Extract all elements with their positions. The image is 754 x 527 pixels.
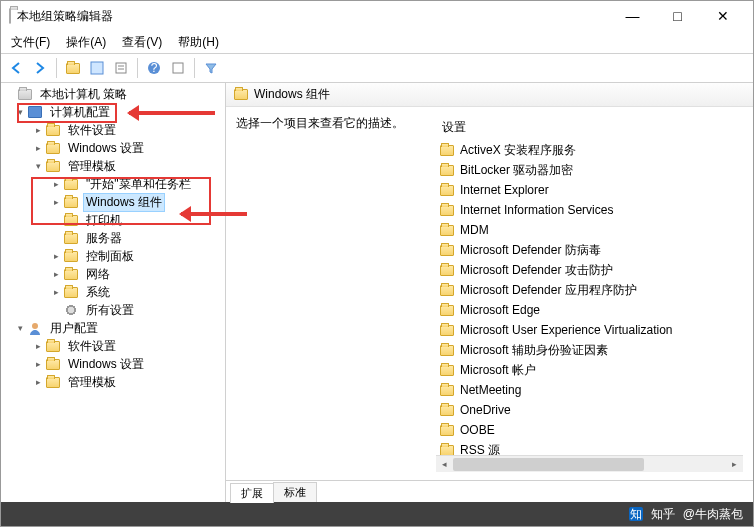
list-item-label: Microsoft 辅助身份验证因素 (460, 342, 608, 359)
list-item[interactable]: Microsoft Defender 攻击防护 (436, 260, 743, 280)
menu-help[interactable]: 帮助(H) (172, 32, 225, 53)
folder-icon (234, 89, 248, 100)
titlebar: 本地组策略编辑器 — □ ✕ (1, 1, 753, 31)
list-item[interactable]: Microsoft User Experience Virtualization (436, 320, 743, 340)
folder-icon (63, 248, 79, 264)
tree-system[interactable]: ▸系统 (1, 283, 225, 301)
content-pane: Windows 组件 选择一个项目来查看它的描述。 设置 ActiveX 安装程… (226, 83, 753, 502)
properties-button[interactable] (167, 57, 189, 79)
svg-rect-4 (173, 63, 183, 73)
tree-computer-config[interactable]: ▾计算机配置 (1, 103, 225, 121)
menu-action[interactable]: 操作(A) (60, 32, 112, 53)
list-item[interactable]: Microsoft Defender 防病毒 (436, 240, 743, 260)
list-item[interactable]: OneDrive (436, 400, 743, 420)
list-item[interactable]: NetMeeting (436, 380, 743, 400)
folder-icon (440, 305, 454, 316)
folder-icon (45, 374, 61, 390)
list-item[interactable]: Internet Information Services (436, 200, 743, 220)
close-button[interactable]: ✕ (700, 2, 745, 31)
list-item-label: Microsoft Defender 攻击防护 (460, 262, 613, 279)
show-tree-button[interactable] (86, 57, 108, 79)
zhihu-icon: 知 (629, 507, 643, 521)
tree-windows-components[interactable]: ▸Windows 组件 (1, 193, 225, 211)
minimize-button[interactable]: — (610, 2, 655, 31)
tree-pane[interactable]: 本地计算机 策略 ▾计算机配置 ▸软件设置 ▸Windows 设置 ▾管理模板 … (1, 83, 226, 502)
list-item[interactable]: Microsoft Defender 应用程序防护 (436, 280, 743, 300)
folder-icon (440, 285, 454, 296)
svg-point-5 (32, 323, 38, 329)
folder-icon (440, 385, 454, 396)
tree-user-config[interactable]: ▾用户配置 (1, 319, 225, 337)
list-item-label: Microsoft 帐户 (460, 362, 536, 379)
list-item[interactable]: MDM (436, 220, 743, 240)
list-item[interactable]: BitLocker 驱动器加密 (436, 160, 743, 180)
svg-text:?: ? (151, 61, 158, 75)
column-header-settings[interactable]: 设置 (436, 115, 743, 140)
tree-start-menu[interactable]: ▸"开始"菜单和任务栏 (1, 175, 225, 193)
menu-file[interactable]: 文件(F) (5, 32, 56, 53)
tree-u-software-settings[interactable]: ▸软件设置 (1, 337, 225, 355)
list-item-label: Internet Information Services (460, 203, 613, 217)
tree-all-settings[interactable]: 所有设置 (1, 301, 225, 319)
list-item-label: OneDrive (460, 403, 511, 417)
list-item-label: Microsoft Defender 应用程序防护 (460, 282, 637, 299)
horizontal-scrollbar[interactable]: ◂ ▸ (436, 455, 743, 472)
tab-extended[interactable]: 扩展 (230, 483, 274, 503)
svg-text:知: 知 (630, 507, 642, 521)
list-item[interactable]: Internet Explorer (436, 180, 743, 200)
folder-icon (440, 165, 454, 176)
computer-icon (27, 104, 43, 120)
folder-icon (440, 325, 454, 336)
settings-list[interactable]: 设置 ActiveX 安装程序服务BitLocker 驱动器加密Internet… (436, 115, 743, 472)
up-button[interactable] (62, 57, 84, 79)
export-button[interactable] (110, 57, 132, 79)
policy-icon (17, 86, 33, 102)
list-item[interactable]: Microsoft Edge (436, 300, 743, 320)
list-item[interactable]: ActiveX 安装程序服务 (436, 140, 743, 160)
filter-button[interactable] (200, 57, 222, 79)
scroll-left-button[interactable]: ◂ (436, 456, 453, 473)
toolbar: ? (1, 53, 753, 83)
tree-control-panel[interactable]: ▸控制面板 (1, 247, 225, 265)
description-column: 选择一个项目来查看它的描述。 (236, 115, 436, 472)
menu-view[interactable]: 查看(V) (116, 32, 168, 53)
tree-network[interactable]: ▸网络 (1, 265, 225, 283)
tree-server[interactable]: 服务器 (1, 229, 225, 247)
forward-button[interactable] (29, 57, 51, 79)
list-item-label: Internet Explorer (460, 183, 549, 197)
content-tabs: 扩展 标准 (226, 480, 753, 502)
folder-icon (63, 284, 79, 300)
scroll-right-button[interactable]: ▸ (726, 456, 743, 473)
tree-u-admin-templates[interactable]: ▸管理模板 (1, 373, 225, 391)
user-icon (27, 320, 43, 336)
back-button[interactable] (5, 57, 27, 79)
scroll-thumb[interactable] (453, 458, 644, 471)
content-title: Windows 组件 (254, 86, 330, 103)
tree-u-windows-settings[interactable]: ▸Windows 设置 (1, 355, 225, 373)
list-item[interactable]: Microsoft 辅助身份验证因素 (436, 340, 743, 360)
tree-windows-settings[interactable]: ▸Windows 设置 (1, 139, 225, 157)
list-item-label: Microsoft User Experience Virtualization (460, 323, 673, 337)
description-text: 选择一个项目来查看它的描述。 (236, 115, 426, 132)
list-item-label: MDM (460, 223, 489, 237)
svg-rect-1 (116, 63, 126, 73)
tree-root[interactable]: 本地计算机 策略 (1, 85, 225, 103)
folder-icon (63, 230, 79, 246)
tab-standard[interactable]: 标准 (273, 482, 317, 502)
folder-icon (440, 265, 454, 276)
list-item[interactable]: OOBE (436, 420, 743, 440)
svg-rect-0 (91, 62, 103, 74)
tree-admin-templates[interactable]: ▾管理模板 (1, 157, 225, 175)
folder-icon (440, 225, 454, 236)
tree-software-settings[interactable]: ▸软件设置 (1, 121, 225, 139)
help-button[interactable]: ? (143, 57, 165, 79)
list-item-label: Microsoft Edge (460, 303, 540, 317)
folder-icon (45, 356, 61, 372)
folder-icon (440, 425, 454, 436)
folder-icon (63, 266, 79, 282)
watermark-author: @牛肉蒸包 (683, 506, 743, 523)
folder-icon (440, 405, 454, 416)
maximize-button[interactable]: □ (655, 2, 700, 31)
list-item[interactable]: Microsoft 帐户 (436, 360, 743, 380)
tree-printer[interactable]: 打印机 (1, 211, 225, 229)
